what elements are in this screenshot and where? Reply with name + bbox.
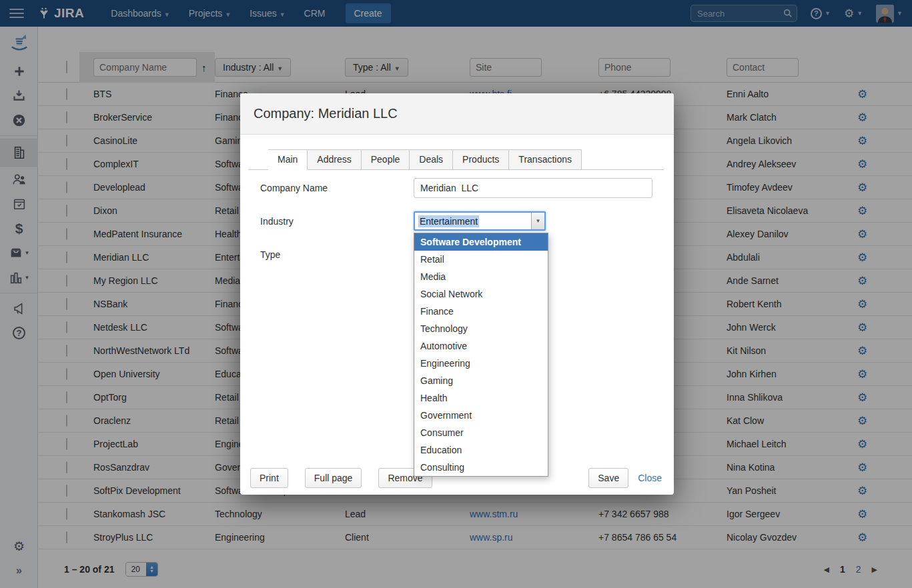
dialog-tab[interactable]: Products [453, 149, 509, 170]
dropdown-option[interactable]: Social Network [414, 285, 548, 303]
dropdown-option[interactable]: Technology [414, 320, 548, 337]
dropdown-option[interactable]: Education [414, 441, 548, 459]
industry-dropdown-list: Software DevelopmentRetailMediaSocial Ne… [414, 233, 548, 477]
close-link[interactable]: Close [638, 473, 662, 483]
dialog-tab[interactable]: People [362, 149, 410, 170]
dropdown-option[interactable]: Consulting [414, 459, 548, 476]
dropdown-option[interactable]: Health [414, 389, 548, 407]
dialog-tab[interactable]: Deals [410, 149, 453, 170]
save-button[interactable]: Save [588, 468, 628, 488]
dialog-tab[interactable]: Transactions [509, 149, 582, 170]
dialog-tab[interactable]: Main [268, 149, 308, 170]
industry-label: Industry [260, 211, 294, 231]
dialog-tab[interactable]: Address [308, 149, 361, 170]
type-label: Type [260, 245, 280, 265]
dropdown-option[interactable]: Retail [414, 251, 548, 268]
crm-companies-page: JIRA Dashboards▼ Projects▼ Issues▼ CRM C… [0, 0, 912, 588]
company-dialog: Company: Meridian LLC MainAddressPeopleD… [240, 93, 674, 495]
dropdown-option[interactable]: Gaming [414, 372, 548, 389]
dropdown-option[interactable]: Software Development [414, 233, 548, 251]
dialog-title: Company: Meridian LLC [254, 106, 398, 121]
dropdown-option[interactable]: Media [414, 268, 548, 285]
dropdown-option[interactable]: Government [414, 407, 548, 424]
select-arrow-button[interactable]: ▼ [531, 213, 544, 229]
industry-selected-value: Entertainment [418, 215, 479, 227]
company-name-input[interactable] [414, 178, 652, 198]
dropdown-option[interactable]: Consumer [414, 424, 548, 441]
chevron-down-icon: ▼ [536, 218, 541, 224]
dialog-tabs: MainAddressPeopleDealsProductsTransactio… [248, 149, 664, 170]
dropdown-option[interactable]: Finance [414, 303, 548, 320]
dropdown-option[interactable]: Automotive [414, 337, 548, 355]
industry-select[interactable]: Entertainment ▼ [414, 211, 546, 231]
dialog-header: Company: Meridian LLC [240, 93, 674, 135]
dropdown-option[interactable]: Engineering [414, 355, 548, 372]
full-page-button[interactable]: Full page [305, 468, 362, 488]
company-name-label: Company Name [260, 178, 328, 198]
print-button[interactable]: Print [250, 468, 288, 488]
